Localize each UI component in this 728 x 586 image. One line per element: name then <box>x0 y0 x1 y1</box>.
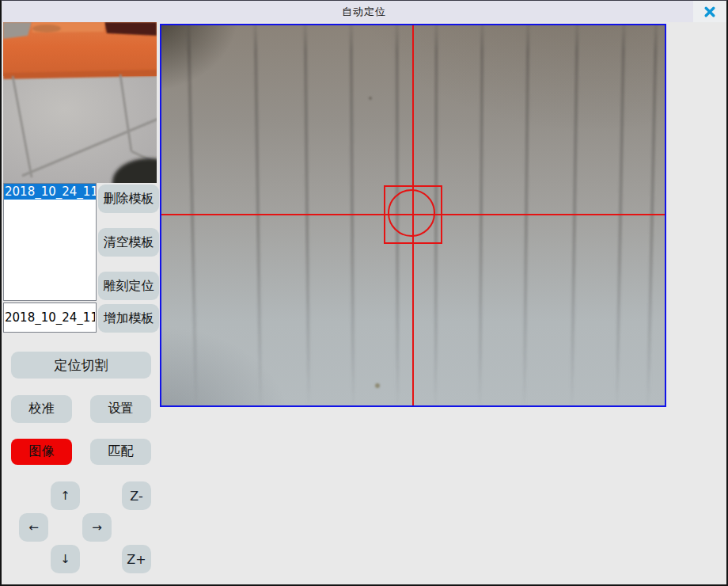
match-button[interactable]: 匹配 <box>90 439 151 465</box>
image-button-active[interactable]: 图像 <box>11 439 72 465</box>
template-thumbnail-preview <box>3 22 157 183</box>
ceiling-seam-line <box>187 24 198 407</box>
ceiling-seam-line <box>254 24 263 407</box>
jog-z-minus-button[interactable]: Z- <box>122 481 151 510</box>
jog-z-plus-button[interactable]: Z+ <box>122 545 151 573</box>
camera-speck <box>375 383 380 388</box>
close-button[interactable] <box>693 1 726 22</box>
settings-button[interactable]: 设置 <box>90 395 151 423</box>
ceiling-seam-line <box>646 24 658 407</box>
titlebar: 自动定位 <box>2 1 726 22</box>
ceiling-seam-line <box>523 24 530 407</box>
ceiling-seam-line <box>570 24 578 407</box>
camera-speck <box>369 97 372 100</box>
ceiling-seam-line <box>615 24 625 407</box>
camera-view[interactable] <box>160 24 666 407</box>
template-name-input[interactable] <box>3 303 97 333</box>
engrave-position-button[interactable]: 雕刻定位 <box>98 272 159 300</box>
jog-right-button[interactable]: → <box>82 513 112 542</box>
calibrate-button[interactable]: 校准 <box>11 395 72 423</box>
close-icon <box>703 6 716 18</box>
clear-templates-button[interactable]: 清空模板 <box>98 228 159 257</box>
jog-left-button[interactable]: ← <box>19 513 48 542</box>
template-list[interactable]: 2018_10_24_11 <box>3 183 97 301</box>
ceiling-seam-line <box>304 24 311 407</box>
position-cut-button[interactable]: 定位切割 <box>11 352 151 379</box>
ceiling-seam-line <box>479 24 484 407</box>
template-list-item[interactable]: 2018_10_24_11 <box>4 184 96 200</box>
auto-position-window: 自动定位 <box>0 0 728 586</box>
match-target-circle <box>388 189 435 237</box>
thumbnail-photo <box>3 22 157 183</box>
delete-template-button[interactable]: 删除模板 <box>98 185 159 213</box>
ceiling-seam-line <box>350 24 355 407</box>
window-title: 自动定位 <box>342 5 386 19</box>
add-template-button[interactable]: 增加模板 <box>98 304 159 333</box>
jog-up-button[interactable]: ↑ <box>51 481 80 510</box>
jog-down-button[interactable]: ↓ <box>51 545 80 573</box>
